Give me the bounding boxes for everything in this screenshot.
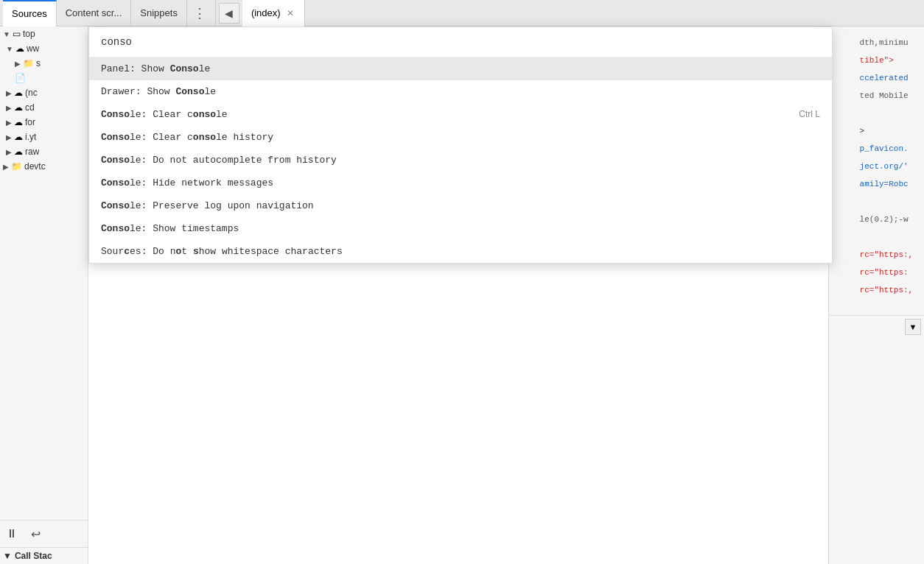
- pause-icon: ⏸: [6, 527, 18, 540]
- collapse-panel-button[interactable]: ◀: [219, 3, 239, 24]
- tree-label-raw: raw: [25, 147, 39, 157]
- file-icon: 📄: [15, 73, 26, 83]
- file-tab-index[interactable]: (index) ✕: [242, 0, 305, 27]
- origin-icon-cd: ☁: [14, 102, 23, 113]
- palette-item-3[interactable]: Console: Clear console Ctrl L: [89, 103, 832, 126]
- tree-item-for[interactable]: ▶ ☁ for: [0, 115, 88, 130]
- origin-icon-for: ☁: [14, 117, 23, 127]
- expand-button[interactable]: ▼: [905, 319, 921, 335]
- tree-arrow-folder-s: ▶: [15, 60, 21, 68]
- palette-item-2[interactable]: Drawer: Show Console: [89, 80, 832, 103]
- palette-item-1-text: Panel: Show Console: [101, 63, 210, 74]
- origin-icon-nc: ☁: [14, 88, 23, 98]
- tree-label-iyt: i.yt: [25, 132, 36, 142]
- palette-item-7-text: Console: Preserve log upon navigation: [101, 200, 314, 211]
- tree-item-file[interactable]: 📄: [0, 71, 88, 85]
- debug-controls: ⏸ ↩: [0, 520, 88, 547]
- tree-arrow-devtc: ▶: [3, 163, 9, 171]
- palette-item-8[interactable]: Console: Show timestamps: [89, 217, 832, 240]
- call-stack-arrow: ▼: [3, 551, 12, 561]
- close-tab-button[interactable]: ✕: [285, 7, 295, 20]
- tree-label-www: ww: [27, 43, 39, 54]
- folder-icon-s: 📁: [23, 58, 34, 68]
- tree-arrow-raw: ▶: [6, 148, 12, 156]
- tree-item-top[interactable]: ▼ ▭ top: [0, 27, 88, 41]
- more-icon: ⋮: [193, 5, 206, 21]
- step-button[interactable]: ↩: [27, 525, 44, 543]
- palette-item-5-text: Console: Do not autocomplete from histor…: [101, 155, 337, 166]
- file-tab-label: (index): [251, 7, 281, 18]
- palette-input-display: conso: [89, 27, 832, 57]
- command-palette: conso Panel: Show Console Drawer: Show C…: [88, 27, 833, 264]
- palette-item-6[interactable]: Console: Hide network messages: [89, 172, 832, 194]
- tab-divider: [215, 0, 216, 27]
- tree-arrow-for: ▶: [6, 119, 12, 127]
- palette-item-4[interactable]: Console: Clear console history: [89, 126, 832, 149]
- call-stack-header[interactable]: ▼ Call Stac: [3, 551, 85, 561]
- tree-item-nc[interactable]: ▶ ☁ (nc: [0, 85, 88, 100]
- palette-item-4-text: Console: Clear console history: [101, 132, 273, 143]
- palette-query-text: conso: [101, 36, 132, 48]
- more-menu-button[interactable]: ⋮: [187, 0, 212, 27]
- sidebar: ▼ ▭ top ▼ ☁ ww ▶ 📁 s 📄: [0, 27, 88, 564]
- tree-item-devtc[interactable]: ▶ 📁 devtc: [0, 159, 88, 174]
- tree-arrow-www: ▼: [6, 45, 13, 53]
- right-panel: dth,minimu tible"> ccelerated ted Mobile…: [828, 27, 924, 564]
- tab-content-scripts-label: Content scr...: [66, 7, 122, 18]
- frame-icon: ▭: [13, 29, 21, 39]
- palette-item-8-text: Console: Show timestamps: [101, 223, 239, 234]
- origin-icon-www: ☁: [15, 43, 24, 54]
- tree-arrow-iyt: ▶: [6, 133, 12, 141]
- pause-button[interactable]: ⏸: [3, 525, 21, 543]
- call-stack-label: Call Stac: [15, 551, 52, 561]
- file-tree: ▼ ▭ top ▼ ☁ ww ▶ 📁 s 📄: [0, 27, 88, 520]
- tree-label-top: top: [23, 29, 35, 39]
- origin-icon-iyt: ☁: [14, 132, 23, 142]
- palette-item-9-text: Sources: Do not show whitespace characte…: [101, 246, 343, 257]
- call-stack-section: ▼ Call Stac: [0, 547, 88, 564]
- tree-item-raw[interactable]: ▶ ☁ raw: [0, 144, 88, 159]
- tree-item-folder-s[interactable]: ▶ 📁 s: [0, 56, 88, 71]
- right-bottom: ▼: [829, 315, 924, 338]
- collapse-icon: ◀: [225, 7, 233, 19]
- step-icon: ↩: [31, 527, 41, 541]
- palette-item-3-shortcut: Ctrl L: [799, 109, 820, 119]
- tree-arrow-nc: ▶: [6, 89, 12, 97]
- tree-item-www[interactable]: ▼ ☁ ww: [0, 41, 88, 56]
- palette-item-9[interactable]: Sources: Do not show whitespace characte…: [89, 240, 832, 263]
- tab-bar: Sources Content scr... Snippets ⋮ ◀ (ind…: [0, 0, 924, 27]
- tab-snippets-label: Snippets: [140, 7, 178, 18]
- palette-item-1[interactable]: Panel: Show Console: [89, 57, 832, 80]
- folder-icon-devtc: 📁: [11, 161, 22, 172]
- tree-label-folder-s: s: [36, 58, 41, 68]
- tree-label-devtc: devtc: [24, 161, 46, 172]
- palette-item-2-text: Drawer: Show Console: [101, 86, 216, 97]
- tree-arrow-top: ▼: [3, 30, 10, 38]
- tab-snippets[interactable]: Snippets: [131, 0, 187, 27]
- tree-label-for: for: [25, 117, 35, 127]
- palette-item-6-text: Console: Hide network messages: [101, 177, 273, 188]
- tree-item-cd[interactable]: ▶ ☁ cd: [0, 100, 88, 115]
- tree-label-cd: cd: [25, 102, 35, 113]
- tree-arrow-cd: ▶: [6, 104, 12, 112]
- tree-item-iyt[interactable]: ▶ ☁ i.yt: [0, 130, 88, 144]
- tab-sources-label: Sources: [12, 8, 47, 19]
- tree-label-nc: (nc: [25, 88, 38, 98]
- palette-item-5[interactable]: Console: Do not autocomplete from histor…: [89, 149, 832, 172]
- tab-content-scripts[interactable]: Content scr...: [57, 0, 132, 27]
- origin-icon-raw: ☁: [14, 147, 23, 157]
- tab-sources[interactable]: Sources: [3, 0, 57, 27]
- right-code-content: dth,minimu tible"> ccelerated ted Mobile…: [829, 27, 924, 315]
- palette-item-7[interactable]: Console: Preserve log upon navigation: [89, 194, 832, 217]
- palette-item-3-text: Console: Clear console: [101, 109, 228, 120]
